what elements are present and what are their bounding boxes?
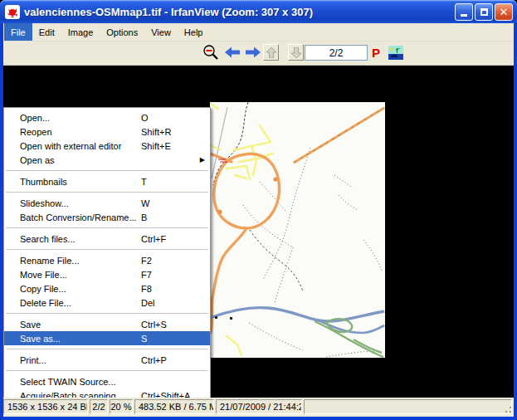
window-title: valenciennes-OSMmap1.tif - IrfanView (Zo… bbox=[24, 6, 455, 18]
menu-item-search-files[interactable]: Search files...Ctrl+F bbox=[4, 232, 210, 246]
title-bar[interactable]: valenciennes-OSMmap1.tif - IrfanView (Zo… bbox=[0, 0, 517, 23]
menu-item-save[interactable]: SaveCtrl+S bbox=[4, 317, 210, 331]
minimize-button[interactable] bbox=[455, 3, 473, 21]
zoom-out-button[interactable] bbox=[202, 44, 219, 61]
status-zoom-percent: 20 % bbox=[110, 399, 133, 414]
close-button[interactable]: ✕ bbox=[495, 3, 513, 21]
menu-image[interactable]: Image bbox=[61, 23, 100, 41]
menu-separator bbox=[4, 345, 210, 353]
last-image-button[interactable] bbox=[288, 44, 304, 61]
zoom-out-icon bbox=[202, 44, 219, 61]
submenu-arrow-icon: ▶ bbox=[200, 157, 205, 164]
menu-options[interactable]: Options bbox=[100, 23, 144, 41]
status-empty-cell bbox=[304, 399, 512, 414]
menu-item-open-as[interactable]: Open as▶ bbox=[4, 153, 210, 167]
close-icon: ✕ bbox=[500, 7, 509, 17]
menu-edit[interactable]: Edit bbox=[32, 23, 61, 41]
menu-item-open[interactable]: Open...O bbox=[4, 110, 210, 125]
menu-item-save-as[interactable]: Save as...S bbox=[4, 331, 210, 345]
next-image-button[interactable] bbox=[245, 44, 261, 61]
minimize-icon bbox=[461, 14, 467, 17]
menu-item-select-twain-source[interactable]: Select TWAIN Source... bbox=[4, 374, 210, 388]
image-canvas: Open...O ReopenShift+R Open with externa… bbox=[3, 66, 514, 398]
menu-item-acquire-batch-scanning[interactable]: Acquire/Batch scanning...Ctrl+Shift+A bbox=[4, 388, 210, 398]
file-menu-dropdown: Open...O ReopenShift+R Open with externa… bbox=[3, 107, 211, 398]
resize-grip[interactable] bbox=[502, 403, 513, 414]
irfanview-logo-icon[interactable] bbox=[5, 5, 20, 19]
toolbar: 2/2 P bbox=[3, 42, 514, 66]
menu-item-delete-file[interactable]: Delete File...Del bbox=[4, 295, 210, 310]
map-image bbox=[210, 102, 385, 358]
menu-view[interactable]: View bbox=[144, 23, 178, 41]
page-counter-field[interactable]: 2/2 bbox=[305, 45, 368, 61]
irfanview-window: valenciennes-OSMmap1.tif - IrfanView (Zo… bbox=[0, 0, 517, 420]
menu-item-print[interactable]: Print...Ctrl+P bbox=[4, 353, 210, 367]
menu-item-rename-file[interactable]: Rename File...F2 bbox=[4, 253, 210, 267]
print-letter[interactable]: P bbox=[372, 45, 380, 61]
arrow-left-icon bbox=[225, 46, 240, 58]
menu-help[interactable]: Help bbox=[178, 23, 210, 41]
menu-item-open-external-editor[interactable]: Open with external editorShift+E bbox=[4, 139, 210, 153]
menu-separator bbox=[4, 188, 210, 196]
menu-item-reopen[interactable]: ReopenShift+R bbox=[4, 125, 210, 139]
status-image-dimensions: 1536 x 1536 x 24 BPP bbox=[3, 399, 88, 414]
menu-separator bbox=[4, 310, 210, 317]
previous-image-button[interactable] bbox=[224, 44, 241, 61]
red-cat-glyph bbox=[7, 7, 18, 17]
arrow-right-icon bbox=[246, 46, 261, 58]
menu-item-batch-conversion[interactable]: Batch Conversion/Rename...B bbox=[4, 210, 210, 224]
first-image-button[interactable] bbox=[263, 44, 279, 61]
arrow-down-icon bbox=[291, 47, 301, 58]
menu-item-move-file[interactable]: Move File...F7 bbox=[4, 267, 210, 281]
menu-item-slideshow[interactable]: Slideshow...W bbox=[4, 196, 210, 210]
menu-item-copy-file[interactable]: Copy File...F8 bbox=[4, 281, 210, 295]
menu-separator bbox=[4, 224, 210, 232]
status-file-size: 483.52 KB / 6.75 MB bbox=[134, 399, 214, 414]
menu-item-thumbnails[interactable]: ThumbnailsT bbox=[4, 174, 210, 188]
arrow-up-icon bbox=[266, 47, 276, 58]
menu-bar: File Edit Image Options View Help bbox=[3, 23, 514, 42]
menu-file[interactable]: File bbox=[4, 23, 32, 41]
maximize-icon bbox=[480, 8, 488, 16]
status-page-index: 2/2 bbox=[90, 399, 108, 414]
menu-separator bbox=[4, 367, 210, 374]
status-file-datetime: 21/07/2009 / 21:44:27 bbox=[216, 399, 302, 414]
menu-separator bbox=[4, 167, 210, 174]
status-bar: 1536 x 1536 x 24 BPP 2/2 20 % 483.52 KB … bbox=[3, 398, 514, 416]
wallpaper-button[interactable] bbox=[388, 44, 404, 61]
maximize-button[interactable] bbox=[475, 3, 493, 21]
menu-separator bbox=[4, 246, 210, 253]
landscape-picture-icon bbox=[388, 46, 403, 60]
